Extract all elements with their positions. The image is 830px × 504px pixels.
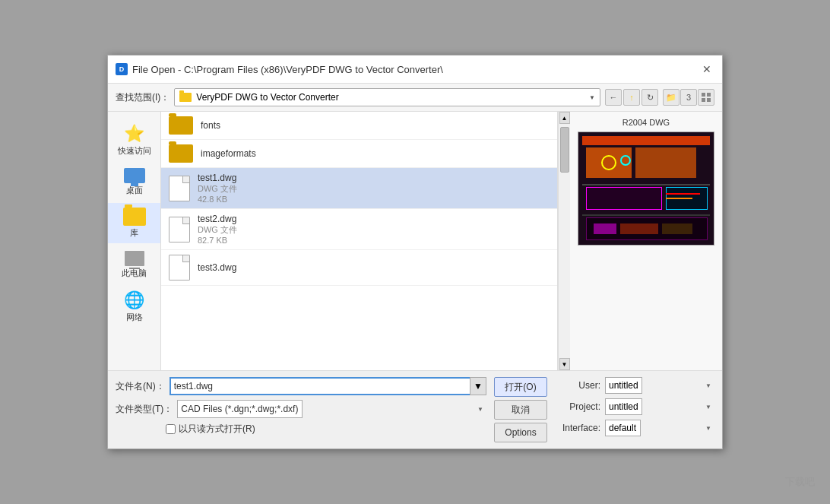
sidebar-label-network: 网络 [126,312,143,322]
project-row: Project: untitled [555,398,714,415]
location-value: VeryPDF DWG to Vector Converter [196,92,338,103]
action-buttons: 打开(O) 取消 Options [494,377,547,442]
preview-image [578,132,714,246]
location-dropdown[interactable]: VeryPDF DWG to Vector Converter ▼ [174,88,600,106]
sidebar-item-desktop[interactable]: 桌面 [108,163,160,200]
up-button[interactable]: ↑ [623,89,640,106]
title-left: D File Open - C:\Program Files (x86)\Ver… [116,63,443,75]
folder-icon-sm [179,93,192,102]
location-label: 查找范围(I)： [116,91,169,104]
star-icon: ⭐ [124,124,144,144]
bottom-left: 文件名(N)： ▼ 文件类型(T)： CAD Files (*.dgn;*.dw… [116,377,486,436]
file-open-dialog: D File Open - C:\Program Files (x86)\Ver… [107,55,723,449]
file-name3: test1.dwg [198,173,237,183]
file-meta3b: 42.8 KB [198,195,237,204]
user-row: User: untitled [555,377,714,394]
sidebar-item-this-pc[interactable]: 此电脑 [108,246,160,283]
filename-dropdown-arrow[interactable]: ▼ [470,377,486,395]
svg-rect-1 [707,93,711,97]
app-icon: D [116,63,128,75]
readonly-checkbox[interactable] [166,424,176,434]
close-button[interactable]: ✕ [699,62,714,77]
view-button[interactable] [698,89,714,106]
readonly-label: 以只读方式打开(R) [179,423,255,436]
filename-input[interactable] [169,377,486,395]
user-select-wrapper: untitled [605,377,714,394]
file-info3: test1.dwg DWG 文件 42.8 KB [198,173,237,204]
cad-el-4 [586,187,662,210]
library-icon [123,208,146,226]
cad-circle-2 [620,155,631,166]
folder-icon-body [169,116,193,135]
sidebar-label-this-pc: 此电脑 [122,268,147,278]
sidebar-item-library[interactable]: 库 [108,203,160,242]
pc-stand [129,268,140,269]
interface-select[interactable]: default [605,420,641,436]
folder-tab [169,113,176,116]
dialog-title: File Open - C:\Program Files (x86)\VeryP… [132,64,443,75]
back-button[interactable]: ← [605,89,622,106]
folder-icon-body2 [169,144,193,163]
project-select[interactable]: untitled [605,398,642,415]
cad-el-7 [594,223,616,234]
list-item[interactable]: fonts [161,112,557,140]
bottom-bar: 文件名(N)： ▼ 文件类型(T)： CAD Files (*.dgn;*.dw… [108,370,722,449]
sidebar-label-library: 库 [130,228,138,238]
bottom-main: 文件名(N)： ▼ 文件类型(T)： CAD Files (*.dgn;*.dw… [116,377,714,442]
preview-area: R2004 DWG [570,112,722,370]
scrollbar-thumb[interactable] [560,127,569,173]
location-dropdown-inner: VeryPDF DWG to Vector Converter [179,92,338,103]
pc-icon [125,251,144,266]
user-select[interactable]: untitled [605,377,642,394]
monitor-stand [131,183,138,186]
filetype-select-wrapper: CAD Files (*.dgn;*.dwg;*.dxf) [177,400,486,418]
filetype-select[interactable]: CAD Files (*.dgn;*.dwg;*.dxf) [177,400,303,418]
svg-rect-0 [702,93,705,97]
file-icon3 [169,255,190,281]
preview-title: R2004 DWG [622,118,670,127]
filename-input-wrapper: ▼ [169,377,486,395]
cancel-button[interactable]: 取消 [494,400,547,420]
special-button[interactable]: 3 [680,89,697,106]
file-list: fonts imageformats [161,112,558,370]
options-button[interactable]: Options [494,423,547,442]
cad-circle-1 [601,155,616,170]
file-icon2 [169,217,190,242]
dialog-titlebar: D File Open - C:\Program Files (x86)\Ver… [108,55,722,84]
file-name2: imageformats [201,148,256,159]
cad-el-8 [620,223,658,234]
folder-icon-wrap [169,116,193,135]
file-name: fonts [201,120,220,131]
file-list-container: fonts imageformats [161,112,570,370]
scrollbar-track[interactable]: ▲ ▼ [558,112,570,370]
library-icon-tab [125,204,132,208]
checkbox-row: 以只读方式打开(R) [116,423,486,436]
file-name5: test3.dwg [198,262,236,273]
sidebar-item-network[interactable]: 🌐 网络 [108,286,160,327]
sidebar-item-quick-access[interactable]: ⭐ 快速访问 [108,119,160,160]
list-item[interactable]: test2.dwg DWG 文件 82.7 KB [161,209,557,250]
file-info2: imageformats [201,148,256,159]
file-list-scroll-area: fonts imageformats [161,112,570,370]
list-item[interactable]: test3.dwg [161,250,557,286]
refresh-button[interactable]: ↻ [642,89,658,106]
svg-rect-2 [702,98,705,102]
list-item[interactable]: imageformats [161,140,557,168]
scroll-up-button[interactable]: ▲ [559,112,570,124]
filename-row: 文件名(N)： ▼ [116,377,486,395]
bottom-right: User: untitled Project: untitled [555,377,714,436]
new-folder-button[interactable]: 📁 [663,89,680,106]
interface-label: Interface: [555,423,600,433]
cad-text-2 [666,198,692,199]
cad-el-1 [582,136,710,145]
filename-label: 文件名(N)： [116,380,165,393]
monitor-icon [124,168,145,183]
file-info: fonts [201,120,220,131]
filetype-label: 文件类型(T)： [116,403,173,416]
scroll-down-button[interactable]: ▼ [559,358,570,370]
list-item[interactable]: test1.dwg DWG 文件 42.8 KB [161,168,557,209]
cad-el-9 [662,223,692,234]
open-button[interactable]: 打开(O) [494,377,547,397]
file-meta3a: DWG 文件 [198,183,237,195]
filetype-row: 文件类型(T)： CAD Files (*.dgn;*.dwg;*.dxf) [116,400,486,418]
